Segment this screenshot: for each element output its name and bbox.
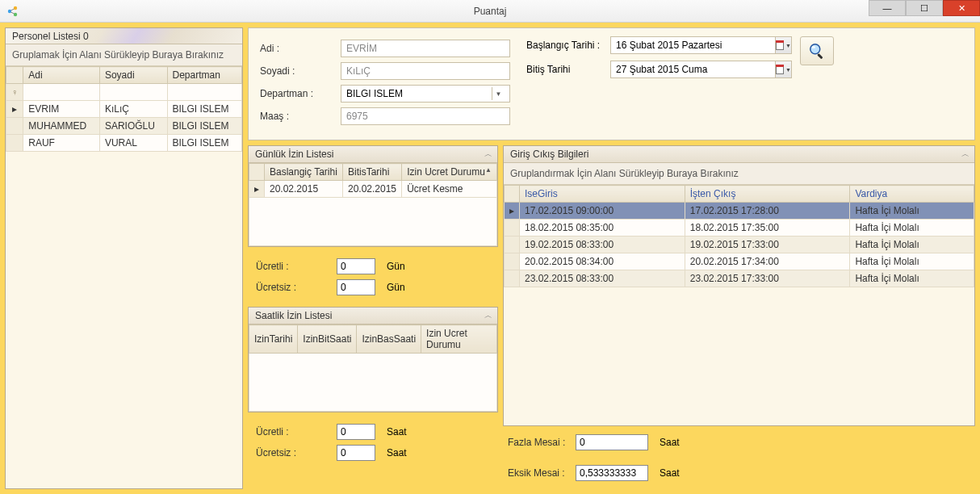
input-fazla[interactable] <box>576 434 648 450</box>
col-izintarihi[interactable]: IzinTarihi <box>249 325 298 354</box>
field-departman[interactable]: BILGI ISLEM ▼ <box>341 85 510 103</box>
label-ucretsiz-saat: Ücretsiz : <box>248 447 337 458</box>
maximize-button[interactable]: ☐ <box>906 0 943 16</box>
personnel-panel: Personel Listesi 0 Gruplamak İçin Alanı … <box>5 27 243 489</box>
unit-saat: Saat <box>660 467 680 479</box>
filter-icon: ♀ <box>11 87 18 97</box>
calendar-icon[interactable]: ▼ <box>775 61 791 77</box>
calendar-icon[interactable]: ▼ <box>775 37 791 53</box>
daily-leave-panel: Günlük İzin Listesi ︿ Baslangiç Tarihi B… <box>248 145 498 247</box>
inout-header: Giriş Cıkış Bilgileri ︿ <box>504 146 974 163</box>
field-maas[interactable]: 6975 <box>341 107 510 125</box>
chevron-up-icon[interactable]: ︿ <box>961 149 970 160</box>
cell-departman: BILGI ISLEM <box>167 118 242 135</box>
input-ucretli-saat[interactable] <box>337 424 375 440</box>
table-row[interactable]: 23.02.2015 08:33:0023.02.2015 17:33:00Ha… <box>505 270 974 287</box>
hourly-leave-grid[interactable]: IzinTarihi IzinBitSaati IzinBasSaati Izi… <box>249 324 497 354</box>
col-vardiya[interactable]: Vardiya <box>850 186 974 203</box>
filter-row[interactable]: ♀ <box>6 84 242 101</box>
chevron-up-icon[interactable]: ︿ <box>484 310 492 321</box>
inout-grid[interactable]: IseGiris İşten Çıkış Vardiya ▸17.02.2015… <box>504 185 974 287</box>
label-ucretli-saat: Ücretli : <box>248 426 337 437</box>
titlebar: Puantaj — ☐ ✕ <box>0 0 980 23</box>
col-daily-end[interactable]: BitisTarihi <box>342 164 401 181</box>
personnel-group-drop[interactable]: Gruplamak İçin Alanı Sürükleyip Buraya B… <box>6 44 242 66</box>
search-button[interactable] <box>800 36 834 65</box>
personnel-header-label: Personel Listesi 0 <box>12 31 89 42</box>
cell-soyadi: VURAL <box>99 135 167 152</box>
input-ucretsiz-gun[interactable] <box>337 279 375 295</box>
table-row[interactable]: ▸17.02.2015 09:00:0017.02.2015 17:28:00H… <box>505 203 974 220</box>
window-title: Puantaj <box>474 6 507 17</box>
personnel-grid[interactable]: Adi Soyadi Departman ♀ ▸EVRIMKıLıÇBILGI … <box>6 66 242 152</box>
row-indicator <box>6 118 23 135</box>
cell-departman: BILGI ISLEM <box>167 101 242 118</box>
departman-value: BILGI ISLEM <box>346 88 403 99</box>
col-daily-status[interactable]: Izin Ucret Durumu▲ <box>402 164 497 181</box>
row-indicator <box>505 270 520 287</box>
cell-departman: BILGI ISLEM <box>167 135 242 152</box>
hourly-leave-panel: Saatlik İzin Listesi ︿ IzinTarihi IzinBi… <box>248 307 498 412</box>
detail-form: Adi : EVRİM Soyadi : KıLıÇ Departman : B… <box>248 27 975 140</box>
daily-leave-title: Günlük İzin Listesi <box>255 149 333 160</box>
inout-title: Giriş Cıkış Bilgileri <box>510 149 588 160</box>
end-date-picker[interactable]: 27 Şubat 2015 Cuma ▼ <box>610 61 792 78</box>
daily-leave-header: Günlük İzin Listesi ︿ <box>249 146 497 163</box>
chevron-down-icon: ▼ <box>492 87 505 100</box>
col-isegiris[interactable]: IseGiris <box>520 186 685 203</box>
unit-saat: Saat <box>387 426 407 437</box>
svg-rect-5 <box>817 53 823 59</box>
field-soyadi[interactable]: KıLıÇ <box>341 62 510 80</box>
input-ucretli-gun[interactable] <box>337 258 375 274</box>
label-departman: Departman : <box>252 88 341 99</box>
input-ucretsiz-saat[interactable] <box>337 445 375 461</box>
col-istencikis[interactable]: İşten Çıkış <box>685 186 850 203</box>
field-adi[interactable]: EVRİM <box>341 40 510 57</box>
svg-point-3 <box>810 44 820 54</box>
col-izinstatus[interactable]: Izin Ucret Durumu <box>421 325 497 354</box>
label-ucretsiz-gun: Ücretsiz : <box>248 282 337 293</box>
inout-group-drop[interactable]: Gruplandırmak İçin Alanı Sürükleyip Bura… <box>504 163 974 185</box>
chevron-up-icon[interactable]: ︿ <box>484 149 492 160</box>
col-izinbit[interactable]: IzinBitSaati <box>298 325 357 354</box>
cell-soyadi: SARIOĞLU <box>99 118 167 135</box>
cell-adi: EVRIM <box>23 101 100 118</box>
unit-saat: Saat <box>387 447 407 458</box>
magnifier-icon <box>807 41 827 61</box>
cell-soyadi: KıLıÇ <box>99 101 167 118</box>
hourly-leave-title: Saatlik İzin Listesi <box>255 310 332 321</box>
start-date-value: 16 Şubat 2015 Pazartesi <box>611 40 775 51</box>
hourly-leave-header: Saatlik İzin Listesi ︿ <box>249 308 497 324</box>
label-fazla: Fazla Mesai : <box>508 437 576 448</box>
window-controls: — ☐ ✕ <box>869 0 980 22</box>
label-adi: Adi : <box>252 43 341 54</box>
row-indicator <box>505 220 520 237</box>
table-row[interactable]: MUHAMMEDSARIOĞLUBILGI ISLEM <box>6 118 242 135</box>
grid-corner <box>6 67 23 84</box>
table-row[interactable]: ▸EVRIMKıLıÇBILGI ISLEM <box>6 101 242 118</box>
table-row[interactable]: 19.02.2015 08:33:0019.02.2015 17:33:00Ha… <box>505 237 974 253</box>
label-end-date: Bitiş Tarihi <box>526 64 604 75</box>
end-date-value: 27 Şubat 2015 Cuma <box>611 64 775 75</box>
col-adi[interactable]: Adi <box>23 67 100 84</box>
table-row[interactable]: ▸20.02.201520.02.2015Ücret Kesme <box>249 181 497 198</box>
daily-leave-grid[interactable]: Baslangiç Tarihi BitisTarihi Izin Ucret … <box>249 163 497 198</box>
col-daily-start[interactable]: Baslangiç Tarihi <box>265 164 343 181</box>
cell-adi: RAUF <box>23 135 100 152</box>
table-row[interactable]: 20.02.2015 08:34:0020.02.2015 17:34:00Ha… <box>505 253 974 270</box>
start-date-picker[interactable]: 16 Şubat 2015 Pazartesi ▼ <box>610 36 792 54</box>
col-izinbas[interactable]: IzinBasSaati <box>357 325 421 354</box>
unit-gun: Gün <box>387 282 405 293</box>
table-row[interactable]: 18.02.2015 08:35:0018.02.2015 17:35:00Ha… <box>505 220 974 237</box>
close-button[interactable]: ✕ <box>943 0 980 16</box>
table-row[interactable]: RAUFVURALBILGI ISLEM <box>6 135 242 152</box>
personnel-panel-header: Personel Listesi 0 <box>6 28 242 44</box>
row-indicator <box>6 135 23 152</box>
input-eksik[interactable] <box>576 465 648 481</box>
col-departman[interactable]: Departman <box>167 67 242 84</box>
row-indicator <box>505 237 520 253</box>
minimize-button[interactable]: — <box>869 0 906 16</box>
row-indicator: ▸ <box>249 181 265 198</box>
col-soyadi[interactable]: Soyadi <box>99 67 167 84</box>
row-indicator: ▸ <box>505 203 520 220</box>
